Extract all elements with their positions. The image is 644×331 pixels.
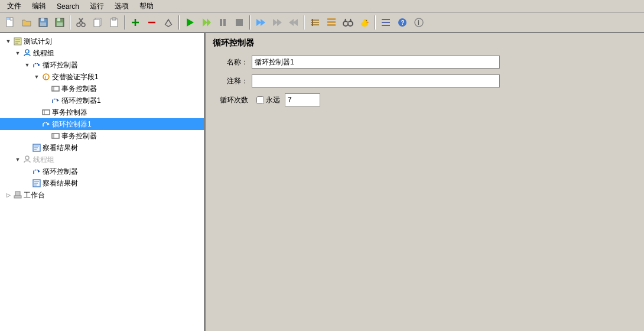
detail-panel: 循环控制器 名称： 注释： 循环次数 永远 [206,33,644,331]
tree-item-trans1[interactable]: 事务控制器 [0,83,204,95]
tree-label-loop2: 循环控制器1 [61,96,101,106]
toolbar-copy-btn[interactable] [90,15,105,30]
comment-input[interactable] [252,74,500,87]
svg-marker-26 [261,19,265,26]
menu-search[interactable]: Search [52,1,84,12]
svg-marker-28 [277,19,282,26]
toolbar: ? i [0,13,644,33]
loop-count-row: 循环次数 永远 [213,93,637,106]
toolbar-binoculars-btn[interactable] [340,15,356,30]
name-input[interactable] [252,56,500,69]
toolbar-open-btn[interactable] [19,15,34,30]
svg-rect-40 [347,22,349,24]
threadgroup-gray-icon [22,155,32,164]
expander-loop1[interactable]: ▼ [22,60,32,70]
tree-item-tg2[interactable]: ▼ 线程组 [0,154,204,166]
expander-field1[interactable]: ▼ [32,72,41,82]
expander-empty1 [41,84,51,93]
tree-label-trans3: 事务控制器 [61,131,97,141]
duck-icon [359,17,370,28]
svg-line-41 [345,19,346,21]
tree-item-workbench[interactable]: ▷ 工作台 [0,189,204,201]
expander-workbench[interactable]: ▷ [4,190,13,200]
tree-panel: ▼ 测试计划 ▼ 线程组 ▼ 循环控制器 ▼ [0,33,206,331]
new-icon [5,17,15,28]
svg-point-77 [25,156,29,160]
expander-empty3 [32,108,41,117]
svg-rect-13 [94,20,100,27]
toolbar-cut-btn[interactable] [73,15,89,30]
toolbar-help-btn[interactable]: ? [395,15,410,30]
step2-icon [272,17,282,28]
tree-item-loop3-selected[interactable]: 循环控制器1 [0,118,204,130]
tree-label-tg2: 线程组 [33,155,54,165]
toolbar-step3-btn[interactable] [286,15,301,30]
svg-rect-35 [327,18,336,20]
toolbar-step-btn[interactable] [253,15,268,30]
tree-item-results2[interactable]: 察看结果树 [0,177,204,189]
tree-item-loop1[interactable]: ▼ 循环控制器 [0,59,204,71]
toolbar-saveas-btn[interactable] [52,15,67,30]
tree-item-results1[interactable]: 察看结果树 [0,142,204,154]
menu-help[interactable]: 帮助 [135,0,158,12]
expander-empty8 [22,179,32,188]
tree-item-loop4[interactable]: 循环控制器 [0,166,204,177]
toolbar-run-btn[interactable] [182,15,197,30]
tree-label-trans1: 事务控制器 [61,84,97,94]
forever-checkbox[interactable] [256,96,264,104]
open-icon [21,17,32,28]
toolbar-info-btn[interactable]: i [411,15,427,30]
expander-tg2[interactable]: ▼ [13,155,22,164]
toolbar-remove-btn[interactable] [144,15,160,30]
tree-item-trans3[interactable]: 事务控制器 [0,130,204,142]
toolbar-tool1-btn[interactable] [307,15,323,30]
menu-file[interactable]: 文件 [2,0,26,12]
toolbar-new-btn[interactable] [2,15,18,30]
toolbar-stop-btn[interactable] [232,15,247,30]
toolbar-duck-btn[interactable] [357,15,372,30]
comment-row: 注释： [213,74,637,87]
tree-item-threadgroup1[interactable]: ▼ 线程组 [0,47,204,59]
sep2 [124,15,125,30]
svg-rect-3 [41,18,44,21]
loop-count-label: 循环次数 [213,95,248,105]
toolbar-tool2-btn[interactable] [324,15,339,30]
menu-run[interactable]: 运行 [85,0,109,12]
list-icon [380,17,391,28]
tree-item-trans2[interactable]: 事务控制器 [0,106,204,118]
forever-label: 永远 [266,95,280,105]
tree-label-workbench: 工作台 [24,190,45,200]
field-icon: f [41,72,51,82]
toolbar-save-btn[interactable] [35,15,51,30]
toolbar-move-btn[interactable] [161,15,176,30]
toolbar-step2-btn[interactable] [269,15,285,30]
menu-edit[interactable]: 编辑 [27,0,51,12]
svg-marker-21 [207,18,211,27]
svg-rect-84 [14,196,21,198]
loop-icon4 [32,167,41,176]
step3-icon [288,17,299,28]
tree-label-loop1: 循环控制器 [43,60,78,70]
toolbar-paste-btn[interactable] [106,15,122,30]
expander-empty5 [41,131,51,141]
tree-item-field1[interactable]: ▼ f 交替验证字段1 [0,71,204,83]
help-icon: ? [397,17,408,28]
tree-item-plan[interactable]: ▼ 测试计划 [0,35,204,47]
svg-point-46 [366,20,367,21]
tree-item-loop2[interactable]: 循环控制器1 [0,95,204,106]
svg-rect-37 [327,24,336,26]
toolbar-pause-btn[interactable] [215,15,230,30]
svg-point-10 [77,23,80,27]
tree-label-trans2: 事务控制器 [52,108,87,118]
expander-tg1[interactable]: ▼ [13,48,22,58]
expander-plan[interactable]: ▼ [4,37,13,46]
menu-options[interactable]: 选项 [110,0,134,12]
loop-count-input[interactable] [285,93,320,106]
svg-rect-34 [312,19,313,26]
svg-rect-63 [52,86,59,91]
toolbar-add-btn[interactable] [128,15,143,30]
sep1 [70,15,71,30]
toolbar-list-btn[interactable] [378,15,393,30]
toolbar-run2-btn[interactable] [199,15,214,30]
svg-marker-20 [203,18,207,27]
